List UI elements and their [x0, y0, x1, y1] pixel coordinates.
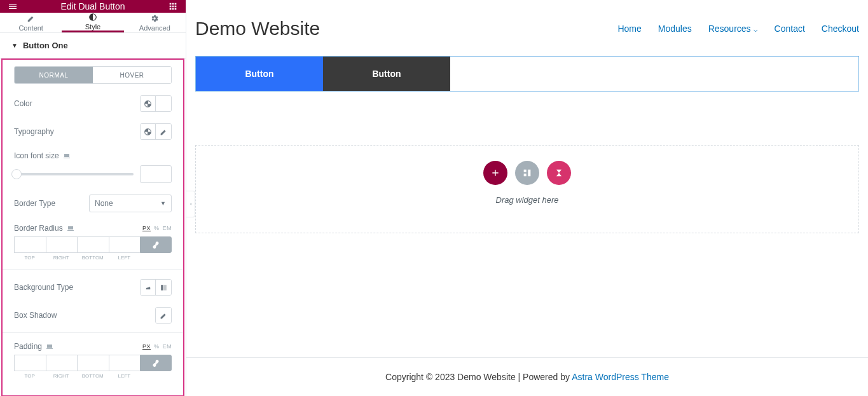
empty-section[interactable]: Drag widget here [195, 145, 859, 233]
border-radius-left[interactable] [109, 236, 141, 253]
border-type-select[interactable]: None ▼ [89, 195, 172, 212]
padding-top[interactable] [14, 355, 46, 371]
caret-down-icon: ▼ [11, 42, 18, 49]
svg-rect-1 [164, 285, 167, 290]
add-section-icon[interactable] [483, 161, 507, 185]
site-title: Demo Website [195, 18, 320, 39]
bg-gradient-icon[interactable] [156, 280, 171, 295]
template-library-icon[interactable] [515, 161, 539, 185]
drop-hint: Drag widget here [496, 195, 559, 205]
color-global-icon[interactable] [141, 96, 156, 111]
preview-area: Demo Website Home Modules Resources Cont… [186, 0, 868, 396]
border-radius-right[interactable] [46, 236, 78, 253]
site-header: Demo Website Home Modules Resources Cont… [195, 6, 859, 56]
tab-content[interactable]: Content [0, 13, 62, 32]
color-label: Color [14, 99, 32, 108]
site-footer: Copyright © 2023 Demo Website | Powered … [186, 357, 868, 396]
panel-tabs: Content Style Advanced [0, 13, 186, 33]
border-radius-units[interactable]: PX % EM [142, 225, 172, 231]
border-type-label: Border Type [14, 199, 55, 208]
tab-advanced[interactable]: Advanced [124, 13, 186, 32]
typography-global-icon[interactable] [141, 124, 156, 139]
icon-font-size-input[interactable] [140, 165, 172, 183]
padding-right[interactable] [46, 355, 78, 371]
padding-label: Padding [14, 342, 53, 351]
box-shadow-edit-icon[interactable] [156, 308, 171, 323]
bg-classic-icon[interactable] [141, 280, 156, 295]
nav-checkout[interactable]: Checkout [822, 24, 859, 34]
style-controls-highlight: NORMAL HOVER Color Typography Icon font … [1, 58, 184, 396]
footer-theme-link[interactable]: Astra WordPress Theme [572, 372, 669, 382]
border-radius-label: Border Radius [14, 224, 74, 233]
background-type-label: Background Type [14, 283, 73, 292]
border-radius-inputs [14, 236, 172, 253]
panel-header: Edit Dual Button [0, 0, 186, 13]
dual-button-widget[interactable]: Button Button [195, 56, 859, 92]
padding-inputs [14, 355, 172, 371]
section-button-one[interactable]: ▼ Button One [0, 33, 186, 58]
border-radius-bottom[interactable] [77, 236, 109, 253]
icon-font-size-slider[interactable] [14, 173, 134, 175]
nav-contact[interactable]: Contact [775, 24, 805, 34]
responsive-icon [67, 224, 74, 232]
panel-title: Edit Dual Button [19, 1, 167, 11]
box-shadow-label: Box Shadow [14, 311, 57, 320]
segment-normal[interactable]: NORMAL [15, 67, 93, 83]
responsive-icon [63, 152, 71, 160]
padding-bottom[interactable] [77, 355, 109, 371]
icon-font-size-label: Icon font size [14, 151, 71, 160]
border-radius-link-icon[interactable] [140, 236, 172, 253]
padding-left[interactable] [109, 355, 141, 371]
tab-style[interactable]: Style [62, 13, 123, 32]
segment-hover[interactable]: HOVER [93, 67, 171, 83]
dual-button-two[interactable]: Button [323, 57, 450, 91]
dual-button-one[interactable]: Button [196, 57, 323, 91]
chevron-down-icon: ▼ [160, 200, 166, 207]
primary-nav: Home Modules Resources Contact Checkout [617, 24, 859, 34]
typography-label: Typography [14, 127, 54, 136]
ek-widgets-icon[interactable] [547, 161, 571, 185]
padding-link-icon[interactable] [140, 355, 172, 371]
nav-home[interactable]: Home [617, 24, 641, 34]
border-radius-top[interactable] [14, 236, 46, 253]
svg-rect-0 [161, 285, 163, 290]
state-segment: NORMAL HOVER [14, 66, 172, 84]
responsive-icon [46, 343, 53, 350]
padding-units[interactable]: PX % EM [142, 343, 172, 350]
elementor-panel: Edit Dual Button Content Style Advanced … [0, 0, 186, 396]
grid-icon[interactable] [167, 0, 179, 13]
typography-edit-icon[interactable] [156, 124, 171, 139]
color-picker[interactable] [156, 96, 171, 111]
menu-icon[interactable] [6, 0, 19, 13]
nav-modules[interactable]: Modules [658, 24, 692, 34]
nav-resources[interactable]: Resources [708, 24, 758, 34]
